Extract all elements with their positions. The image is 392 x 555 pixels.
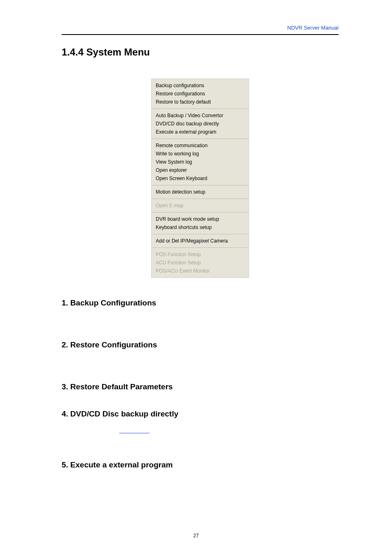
menu-item-open-e-map: Open E map [156, 201, 244, 210]
inline-link-underline[interactable] [119, 433, 150, 433]
menu-group: Auto Backup / Video Convertor DVD/CD dis… [152, 109, 249, 139]
menu-item-dvr-board-work-mode-setup[interactable]: DVR board work mode setup [156, 215, 244, 223]
menu-group: Remote communication Write to working lo… [152, 139, 249, 185]
menu-item-view-system-log[interactable]: View System log [156, 158, 244, 166]
menu-item-auto-backup-video-convertor[interactable]: Auto Backup / Video Convertor [156, 111, 244, 120]
menu-group: Motion detection setup [152, 185, 249, 199]
subsection-heading-1: 1. Backup Configurations [62, 298, 339, 308]
menu-item-write-working-log[interactable]: Write to working log [156, 150, 244, 158]
menu-group: Add or Del IP/Megapixel Camera [152, 234, 249, 247]
menu-group: Backup configurations Restore configurat… [152, 79, 249, 109]
subsection-heading-3: 3. Restore Default Parameters [62, 382, 339, 391]
header-rule [62, 34, 339, 35]
page-number: 27 [0, 533, 392, 539]
menu-item-execute-external-program[interactable]: Execute a external program [156, 128, 244, 136]
subsection-heading-4: 4. DVD/CD Disc backup directly [62, 409, 339, 419]
section-heading: 1.4.4 System Menu [62, 46, 339, 58]
menu-group: POS Function Setup ACU Function Setup PO… [152, 248, 249, 278]
menu-item-pos-acu-event-monitor: POS/ACU Event Monitor [156, 267, 244, 275]
menu-item-keyboard-shortcuts-setup[interactable]: Keyboard shortcuts setup [156, 223, 244, 231]
menu-item-backup-configurations[interactable]: Backup configurations [156, 81, 244, 90]
menu-item-remote-communication[interactable]: Remote communication [156, 141, 244, 150]
menu-item-open-explorer[interactable]: Open explorer [156, 166, 244, 174]
header-manual-link[interactable]: NDVR Server Manual [62, 25, 339, 34]
menu-group: Open E map [152, 199, 249, 212]
subsection-heading-2: 2. Restore Configurations [62, 340, 339, 349]
menu-item-restore-factory-default[interactable]: Restore to factory default [156, 98, 244, 106]
menu-item-restore-configurations[interactable]: Restore configurations [156, 90, 244, 98]
menu-item-add-del-ip-megapixel-camera[interactable]: Add or Del IP/Megapixel Camera [156, 237, 244, 245]
menu-item-pos-function-setup: POS Function Setup [156, 250, 244, 259]
menu-item-motion-detection-setup[interactable]: Motion detection setup [156, 188, 244, 196]
menu-item-dvd-cd-backup[interactable]: DVD/CD disc backup directly [156, 120, 244, 128]
menu-item-acu-function-setup: ACU Function Setup [156, 259, 244, 267]
menu-group: DVR board work mode setup Keyboard short… [152, 213, 249, 234]
menu-item-open-screen-keyboard[interactable]: Open Screen Keyboard [156, 174, 244, 183]
system-menu: Backup configurations Restore configurat… [151, 79, 249, 278]
subsection-heading-5: 5. Execute a external program [62, 460, 339, 469]
